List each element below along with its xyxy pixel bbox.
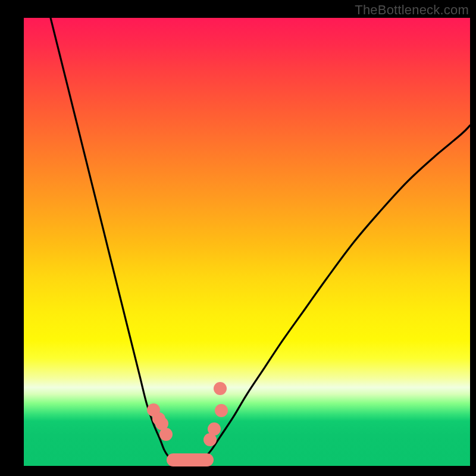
chart-curves-svg (24, 18, 470, 466)
watermark-text: TheBottleneck.com (355, 2, 469, 18)
chart-marker-dot (208, 422, 221, 436)
curve-left (51, 18, 173, 460)
chart-marker-dot (159, 428, 173, 441)
chart-frame: TheBottleneck.com (0, 0, 476, 476)
chart-plot-area (24, 18, 470, 466)
chart-marker-dot (215, 404, 228, 417)
curve-right (202, 126, 470, 460)
chart-marker-dot (214, 382, 227, 395)
chart-marker-pill (167, 453, 213, 466)
